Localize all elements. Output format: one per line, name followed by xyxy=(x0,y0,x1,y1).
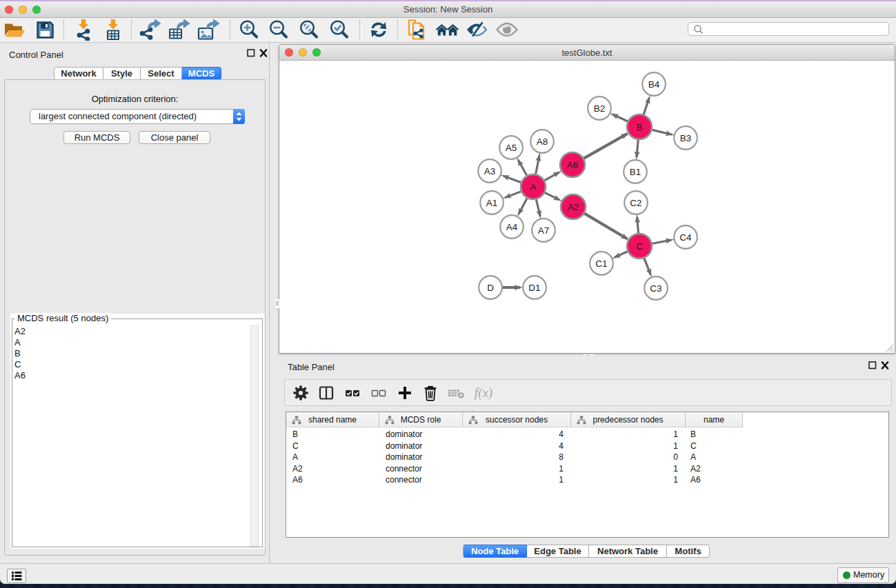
svg-text:A: A xyxy=(530,182,536,192)
svg-text:C4: C4 xyxy=(679,232,692,243)
svg-text:A2: A2 xyxy=(568,202,579,212)
svg-text:B3: B3 xyxy=(680,133,692,143)
svg-text:C2: C2 xyxy=(630,198,641,208)
svg-text:A7: A7 xyxy=(538,225,550,236)
svg-text:D: D xyxy=(487,283,494,293)
svg-text:A6: A6 xyxy=(567,160,579,170)
svg-text:B4: B4 xyxy=(648,79,660,90)
svg-text:A5: A5 xyxy=(506,143,517,153)
svg-text:A8: A8 xyxy=(537,136,548,147)
svg-text:B2: B2 xyxy=(594,103,606,114)
svg-text:B: B xyxy=(636,122,642,132)
svg-text:A4: A4 xyxy=(506,222,518,232)
svg-text:C1: C1 xyxy=(595,258,607,269)
svg-text:A3: A3 xyxy=(484,166,496,176)
svg-text:C: C xyxy=(636,241,643,252)
svg-text:A1: A1 xyxy=(486,198,498,208)
svg-text:C3: C3 xyxy=(650,283,661,294)
svg-text:D1: D1 xyxy=(528,283,540,293)
svg-text:B1: B1 xyxy=(630,167,641,177)
